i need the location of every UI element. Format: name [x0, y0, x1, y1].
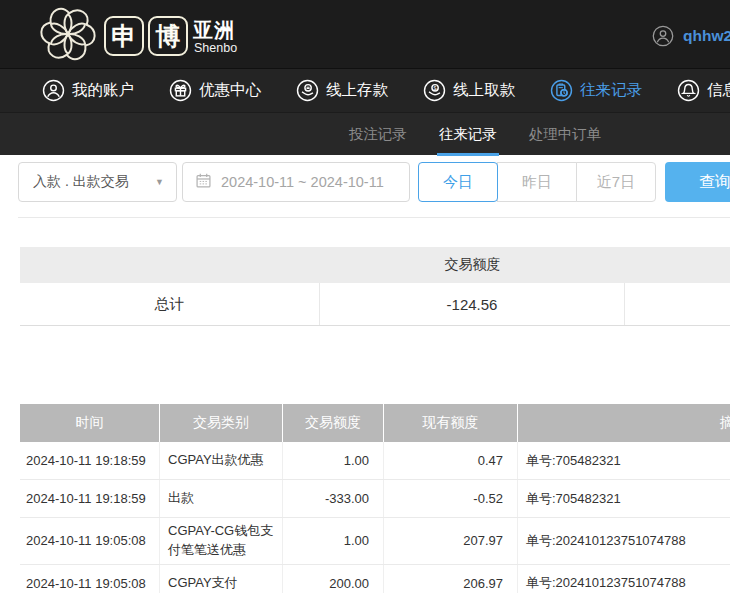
withdraw-hand-coin-icon: $ — [423, 79, 446, 102]
tab-label: 处理中订单 — [529, 126, 602, 142]
summary-total-row: 总计 -124.56 — [20, 283, 730, 326]
cell-memo: 单号:705482321 — [518, 480, 730, 517]
select-value: 入款 . 出款交易 — [33, 173, 155, 191]
nav-item-my-account[interactable]: 我的账户 — [42, 79, 134, 102]
tab-betting-records[interactable]: 投注记录 — [349, 113, 407, 156]
cell-type: 出款 — [160, 480, 283, 517]
nav-item-label: 线上存款 — [326, 80, 388, 101]
brand-flower-icon — [38, 4, 98, 64]
summary-table: 交易额度 总计 -124.56 — [20, 247, 730, 326]
cell-amount: 1.00 — [283, 518, 384, 564]
main-navigation: 我的账户 优惠中心 — [0, 68, 730, 112]
table-row: 2024-10-11 19:05:08 CGPAY-CG钱包支付笔笔送优惠 1.… — [20, 518, 730, 565]
date-range-input[interactable]: 2024-10-11 ~ 2024-10-11 — [182, 162, 410, 202]
cell-time: 2024-10-11 19:05:08 — [20, 518, 160, 564]
quick-date-buttons: 今日 昨日 近7日 — [418, 162, 656, 202]
deposit-hand-coin-icon — [296, 79, 319, 102]
records-clipboard-icon — [550, 79, 573, 102]
nav-item-messages[interactable]: 信息 — [677, 79, 730, 102]
tab-transaction-records[interactable]: 往来记录 — [439, 113, 497, 156]
cell-balance: -0.52 — [384, 480, 518, 517]
summary-header-spacer — [625, 247, 730, 283]
column-header-balance: 现有额度 — [384, 404, 518, 442]
brand-region-label: 亚洲 — [193, 17, 235, 44]
page: 申 博 亚洲 Shenbo qhhw2 我的账户 — [0, 0, 730, 593]
summary-total-value: -124.56 — [320, 283, 625, 325]
column-header-memo: 摘要 — [518, 404, 730, 442]
nav-item-promotions[interactable]: 优惠中心 — [169, 79, 261, 102]
tab-label: 投注记录 — [349, 126, 407, 142]
top-header: 申 博 亚洲 Shenbo qhhw2 — [0, 0, 730, 68]
username-link[interactable]: qhhw2 — [683, 27, 730, 45]
filter-divider — [18, 217, 730, 218]
nav-item-deposit[interactable]: 线上存款 — [296, 79, 388, 102]
nav-item-label: 我的账户 — [72, 80, 134, 101]
brand-subtitle: Shenbo — [194, 41, 237, 55]
nav-item-records[interactable]: 往来记录 — [550, 79, 642, 102]
column-header-type: 交易类别 — [160, 404, 283, 442]
table-row: 2024-10-11 19:05:08 CGPAY支付 200.00 206.9… — [20, 565, 730, 593]
summary-header-amount: 交易额度 — [320, 247, 625, 283]
cell-balance: 206.97 — [384, 565, 518, 593]
cell-balance: 0.47 — [384, 442, 518, 479]
cell-type: CGPAY出款优惠 — [160, 442, 283, 479]
transactions-table: 时间 交易类别 交易额度 现有额度 摘要 2024-10-11 19:18:59… — [20, 404, 730, 593]
summary-header-spacer — [20, 247, 320, 283]
active-tab-underline — [437, 153, 499, 156]
tab-label: 往来记录 — [439, 126, 497, 142]
yesterday-button[interactable]: 昨日 — [497, 162, 577, 202]
cell-memo: 单号:705482321 — [518, 442, 730, 479]
bell-icon — [677, 79, 700, 102]
nav-item-label: 线上取款 — [453, 80, 515, 101]
summary-total-label: 总计 — [20, 283, 320, 325]
query-button[interactable]: 查询 — [665, 162, 730, 202]
user-avatar-icon — [652, 25, 674, 47]
nav-item-label: 往来记录 — [580, 80, 642, 101]
summary-table-header: 交易额度 — [20, 247, 730, 283]
brand-char-bo: 博 — [148, 16, 188, 56]
app-window: 申 博 亚洲 Shenbo qhhw2 我的账户 — [0, 0, 730, 593]
summary-empty-cell — [625, 283, 730, 325]
table-row: 2024-10-11 19:18:59 出款 -333.00 -0.52 单号:… — [20, 480, 730, 518]
account-area[interactable]: qhhw2 — [652, 25, 730, 47]
calendar-icon — [195, 172, 212, 193]
gift-icon — [169, 79, 192, 102]
cell-balance: 207.97 — [384, 518, 518, 564]
user-circle-icon — [42, 79, 65, 102]
cell-time: 2024-10-11 19:18:59 — [20, 480, 160, 517]
nav-item-label: 优惠中心 — [199, 80, 261, 101]
svg-text:$: $ — [433, 85, 437, 91]
chevron-down-icon: ▼ — [155, 177, 164, 187]
cell-memo: 单号:202410123751074788 — [518, 518, 730, 564]
cell-amount: 1.00 — [283, 442, 384, 479]
nav-item-withdraw[interactable]: $ 线上取款 — [423, 79, 515, 102]
transaction-type-select[interactable]: 入款 . 出款交易 ▼ — [18, 162, 177, 202]
cell-amount: 200.00 — [283, 565, 384, 593]
record-tabs: 投注记录 往来记录 处理中订单 — [0, 112, 730, 155]
cell-time: 2024-10-11 19:05:08 — [20, 565, 160, 593]
transactions-table-header: 时间 交易类别 交易额度 现有额度 摘要 — [20, 404, 730, 442]
column-header-amount: 交易额度 — [283, 404, 384, 442]
cell-memo: 单号:202410123751074788 — [518, 565, 730, 593]
today-button[interactable]: 今日 — [418, 162, 498, 202]
date-range-value: 2024-10-11 ~ 2024-10-11 — [221, 174, 384, 190]
table-row: 2024-10-11 19:18:59 CGPAY出款优惠 1.00 0.47 … — [20, 442, 730, 480]
cell-type: CGPAY支付 — [160, 565, 283, 593]
nav-item-label: 信息 — [707, 80, 730, 101]
column-header-time: 时间 — [20, 404, 160, 442]
tab-processing-orders[interactable]: 处理中订单 — [529, 113, 602, 156]
cell-type: CGPAY-CG钱包支付笔笔送优惠 — [160, 518, 283, 564]
cell-amount: -333.00 — [283, 480, 384, 517]
last-7-days-button[interactable]: 近7日 — [576, 162, 656, 202]
cell-time: 2024-10-11 19:18:59 — [20, 442, 160, 479]
brand-char-shen: 申 — [104, 16, 144, 56]
